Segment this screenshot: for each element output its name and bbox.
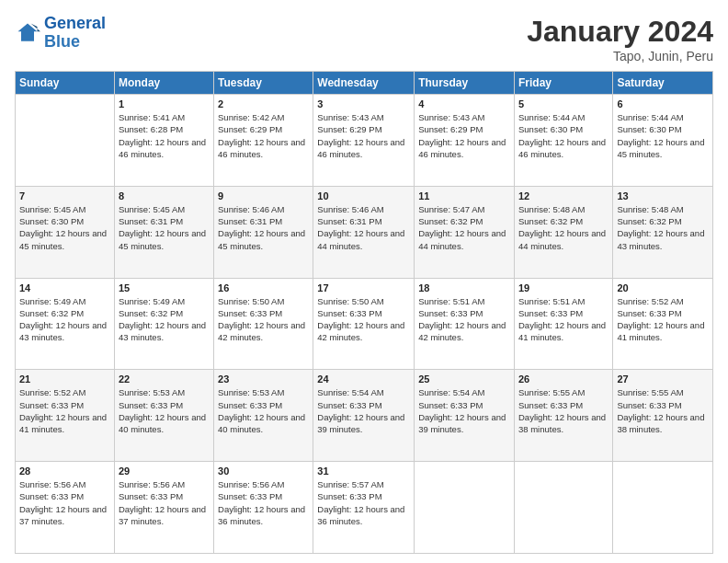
day-number: 11 (418, 190, 510, 201)
day-number: 1 (119, 98, 210, 109)
day-info: Sunrise: 5:42 AMSunset: 6:29 PMDaylight:… (218, 111, 309, 160)
day-number: 30 (218, 465, 309, 477)
day-number: 5 (518, 98, 609, 109)
day-number: 13 (617, 190, 709, 201)
day-number: 16 (218, 282, 309, 293)
day-number: 31 (317, 465, 410, 477)
day-number: 14 (19, 282, 110, 293)
month-year: January 2024 (527, 15, 713, 49)
day-info: Sunrise: 5:44 AMSunset: 6:30 PMDaylight:… (518, 111, 609, 160)
day-number: 10 (317, 190, 410, 201)
table-row: 13 Sunrise: 5:48 AMSunset: 6:32 PMDaylig… (613, 186, 713, 278)
table-row (613, 462, 713, 554)
day-info: Sunrise: 5:55 AMSunset: 6:33 PMDaylight:… (617, 386, 709, 435)
day-number: 28 (19, 465, 110, 477)
table-row: 8 Sunrise: 5:45 AMSunset: 6:31 PMDayligh… (114, 186, 213, 278)
table-row (16, 95, 115, 187)
day-number: 21 (19, 373, 110, 385)
col-tuesday: Tuesday (214, 72, 313, 95)
calendar-week-row: 21 Sunrise: 5:52 AMSunset: 6:33 PMDaylig… (16, 370, 713, 462)
day-info: Sunrise: 5:51 AMSunset: 6:33 PMDaylight:… (518, 295, 609, 344)
title-block: January 2024 Tapo, Junin, Peru (527, 15, 713, 63)
day-number: 26 (518, 373, 609, 385)
day-number: 22 (119, 373, 210, 385)
day-number: 9 (218, 190, 309, 201)
day-info: Sunrise: 5:54 AMSunset: 6:33 PMDaylight:… (317, 386, 410, 435)
day-info: Sunrise: 5:50 AMSunset: 6:33 PMDaylight:… (317, 295, 410, 344)
day-number: 6 (617, 98, 709, 109)
logo: General Blue (15, 15, 106, 52)
table-row: 25 Sunrise: 5:54 AMSunset: 6:33 PMDaylig… (415, 370, 515, 462)
table-row (415, 462, 515, 554)
day-info: Sunrise: 5:45 AMSunset: 6:30 PMDaylight:… (19, 203, 110, 252)
table-row: 4 Sunrise: 5:43 AMSunset: 6:29 PMDayligh… (415, 95, 515, 187)
table-row: 5 Sunrise: 5:44 AMSunset: 6:30 PMDayligh… (514, 95, 612, 187)
day-info: Sunrise: 5:52 AMSunset: 6:33 PMDaylight:… (19, 386, 110, 435)
col-saturday: Saturday (613, 72, 713, 95)
day-info: Sunrise: 5:50 AMSunset: 6:33 PMDaylight:… (218, 295, 309, 344)
logo-line1: General (44, 14, 106, 32)
day-info: Sunrise: 5:47 AMSunset: 6:32 PMDaylight:… (418, 203, 510, 252)
table-row: 23 Sunrise: 5:53 AMSunset: 6:33 PMDaylig… (214, 370, 313, 462)
calendar-week-row: 7 Sunrise: 5:45 AMSunset: 6:30 PMDayligh… (16, 186, 713, 278)
day-info: Sunrise: 5:48 AMSunset: 6:32 PMDaylight:… (518, 203, 609, 252)
calendar-week-row: 14 Sunrise: 5:49 AMSunset: 6:32 PMDaylig… (16, 278, 713, 370)
table-row: 26 Sunrise: 5:55 AMSunset: 6:33 PMDaylig… (514, 370, 612, 462)
table-row: 16 Sunrise: 5:50 AMSunset: 6:33 PMDaylig… (214, 278, 313, 370)
table-row: 14 Sunrise: 5:49 AMSunset: 6:32 PMDaylig… (16, 278, 115, 370)
table-row: 28 Sunrise: 5:56 AMSunset: 6:33 PMDaylig… (16, 462, 115, 554)
day-number: 15 (119, 282, 210, 293)
col-thursday: Thursday (415, 72, 515, 95)
day-info: Sunrise: 5:56 AMSunset: 6:33 PMDaylight:… (218, 478, 309, 527)
table-row: 11 Sunrise: 5:47 AMSunset: 6:32 PMDaylig… (415, 186, 515, 278)
table-row: 12 Sunrise: 5:48 AMSunset: 6:32 PMDaylig… (514, 186, 612, 278)
table-row: 29 Sunrise: 5:56 AMSunset: 6:33 PMDaylig… (114, 462, 213, 554)
day-info: Sunrise: 5:56 AMSunset: 6:33 PMDaylight:… (119, 478, 210, 527)
day-info: Sunrise: 5:54 AMSunset: 6:33 PMDaylight:… (418, 386, 510, 435)
table-row: 10 Sunrise: 5:46 AMSunset: 6:31 PMDaylig… (313, 186, 415, 278)
col-monday: Monday (114, 72, 213, 95)
day-number: 2 (218, 98, 309, 109)
day-info: Sunrise: 5:53 AMSunset: 6:33 PMDaylight:… (119, 386, 210, 435)
table-row: 2 Sunrise: 5:42 AMSunset: 6:29 PMDayligh… (214, 95, 313, 187)
day-number: 20 (617, 282, 709, 293)
table-row: 30 Sunrise: 5:56 AMSunset: 6:33 PMDaylig… (214, 462, 313, 554)
table-row: 22 Sunrise: 5:53 AMSunset: 6:33 PMDaylig… (114, 370, 213, 462)
day-info: Sunrise: 5:43 AMSunset: 6:29 PMDaylight:… (317, 111, 410, 160)
day-info: Sunrise: 5:45 AMSunset: 6:31 PMDaylight:… (119, 203, 210, 252)
page: General Blue January 2024 Tapo, Junin, P… (0, 0, 728, 563)
day-number: 29 (119, 465, 210, 477)
day-info: Sunrise: 5:56 AMSunset: 6:33 PMDaylight:… (19, 478, 110, 527)
day-info: Sunrise: 5:49 AMSunset: 6:32 PMDaylight:… (119, 295, 210, 344)
day-number: 18 (418, 282, 510, 293)
table-row: 19 Sunrise: 5:51 AMSunset: 6:33 PMDaylig… (514, 278, 612, 370)
day-info: Sunrise: 5:43 AMSunset: 6:29 PMDaylight:… (418, 111, 510, 160)
day-info: Sunrise: 5:51 AMSunset: 6:33 PMDaylight:… (418, 295, 510, 344)
day-info: Sunrise: 5:57 AMSunset: 6:33 PMDaylight:… (317, 478, 410, 527)
table-row: 15 Sunrise: 5:49 AMSunset: 6:32 PMDaylig… (114, 278, 213, 370)
calendar-week-row: 28 Sunrise: 5:56 AMSunset: 6:33 PMDaylig… (16, 462, 713, 554)
day-number: 25 (418, 373, 510, 385)
table-row: 31 Sunrise: 5:57 AMSunset: 6:33 PMDaylig… (313, 462, 415, 554)
table-row: 20 Sunrise: 5:52 AMSunset: 6:33 PMDaylig… (613, 278, 713, 370)
day-info: Sunrise: 5:46 AMSunset: 6:31 PMDaylight:… (317, 203, 410, 252)
calendar-week-row: 1 Sunrise: 5:41 AMSunset: 6:28 PMDayligh… (16, 95, 713, 187)
day-info: Sunrise: 5:55 AMSunset: 6:33 PMDaylight:… (518, 386, 609, 435)
day-info: Sunrise: 5:52 AMSunset: 6:33 PMDaylight:… (617, 295, 709, 344)
day-info: Sunrise: 5:49 AMSunset: 6:32 PMDaylight:… (19, 295, 110, 344)
day-number: 23 (218, 373, 309, 385)
day-info: Sunrise: 5:41 AMSunset: 6:28 PMDaylight:… (119, 111, 210, 160)
logo-icon (15, 20, 40, 46)
day-number: 4 (418, 98, 510, 109)
col-sunday: Sunday (16, 72, 115, 95)
day-info: Sunrise: 5:48 AMSunset: 6:32 PMDaylight:… (617, 203, 709, 252)
day-info: Sunrise: 5:46 AMSunset: 6:31 PMDaylight:… (218, 203, 309, 252)
header: General Blue January 2024 Tapo, Junin, P… (15, 15, 713, 63)
table-row: 9 Sunrise: 5:46 AMSunset: 6:31 PMDayligh… (214, 186, 313, 278)
day-info: Sunrise: 5:53 AMSunset: 6:33 PMDaylight:… (218, 386, 309, 435)
col-friday: Friday (514, 72, 612, 95)
table-row: 1 Sunrise: 5:41 AMSunset: 6:28 PMDayligh… (114, 95, 213, 187)
day-number: 24 (317, 373, 410, 385)
day-number: 7 (19, 190, 110, 201)
day-number: 3 (317, 98, 410, 109)
